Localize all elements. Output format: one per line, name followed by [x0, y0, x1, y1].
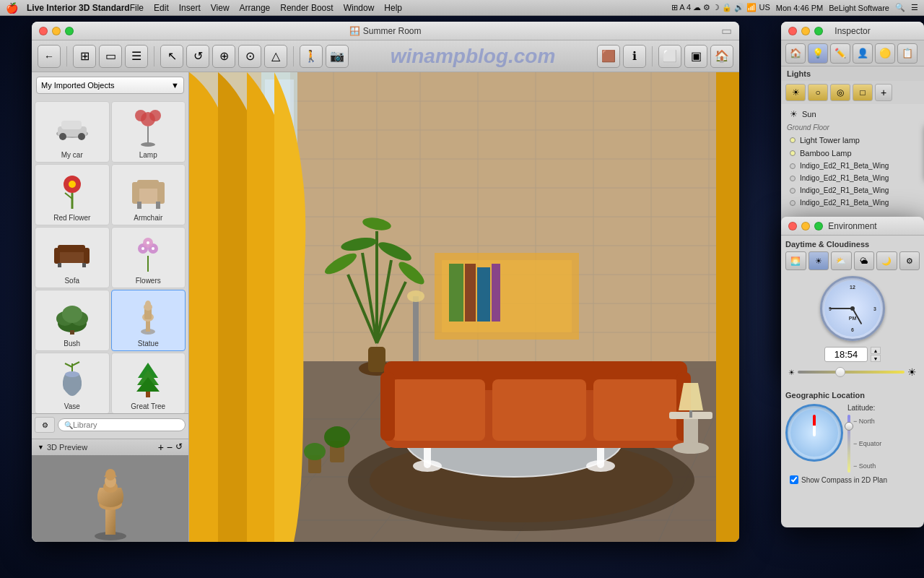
lights-sun-btn[interactable]: ☀: [785, 84, 806, 101]
env-close-btn[interactable]: [788, 222, 797, 230]
brightness-slider: ☀ ☀: [785, 366, 920, 378]
inspector-minimize-btn[interactable]: [801, 27, 810, 35]
latitude-thumb[interactable]: [845, 422, 853, 431]
toolbar-home-btn[interactable]: 🏠: [710, 45, 733, 68]
light-name-0: Light Tower lamp: [800, 136, 860, 144]
inspector-light-3[interactable]: Indigo_Ed2_R1_Beta_Wing: [781, 172, 924, 184]
lights-ambient-btn[interactable]: □: [853, 84, 873, 101]
geo-section: Geographic Location Latitude:: [781, 388, 924, 490]
toolbar-back-btn[interactable]: ←: [38, 45, 61, 68]
toolbar-rotate-btn[interactable]: ↺: [186, 45, 209, 68]
object-item-sofa[interactable]: Sofa: [35, 227, 110, 288]
menu-edit[interactable]: Edit: [154, 3, 169, 13]
main-content: My Imported Objects ▼: [32, 72, 739, 542]
toolbar-draw-btn[interactable]: △: [264, 45, 287, 68]
lights-spot-btn[interactable]: ◎: [830, 84, 850, 101]
show-compass-checkbox[interactable]: [790, 475, 798, 484]
zoom-out-btn[interactable]: −: [167, 441, 173, 453]
inspector-sun-item[interactable]: ☀ Sun: [781, 107, 924, 121]
inspector-tool-person[interactable]: 👤: [853, 43, 873, 64]
menubar-search-icon[interactable]: 🔍: [895, 3, 905, 12]
window-close-btn[interactable]: [39, 27, 48, 35]
sidebar-search-input[interactable]: [73, 420, 179, 429]
menu-arrange[interactable]: Arrange: [240, 3, 271, 13]
sidebar-settings-btn[interactable]: ⚙: [35, 417, 55, 433]
window-minimize-btn[interactable]: [52, 27, 61, 35]
env-maximize-btn[interactable]: [814, 222, 823, 230]
object-item-bush[interactable]: Bush: [35, 290, 110, 351]
inspector-tool-material[interactable]: ✏️: [830, 43, 850, 64]
toolbar-circle-btn[interactable]: ⊙: [238, 45, 261, 68]
toolbar-camera-btn[interactable]: 📷: [326, 45, 349, 68]
inspector-maximize-btn[interactable]: [814, 27, 823, 35]
toolbar-render-btn[interactable]: 🟫: [597, 45, 620, 68]
lights-add-btn[interactable]: +: [875, 84, 892, 101]
env-preset-overcast[interactable]: 🌥: [854, 251, 875, 270]
object-item-great-tree[interactable]: Great Tree: [111, 353, 186, 413]
inspector-light-0[interactable]: Light Tower lamp: [781, 134, 924, 147]
svg-point-97: [407, 290, 424, 302]
menu-view[interactable]: View: [211, 3, 230, 13]
inspector-light-5[interactable]: Indigo_Ed2_R1_Beta_Wing: [781, 197, 924, 209]
brightness-track[interactable]: [798, 371, 905, 374]
toolbar-2d-btn[interactable]: ⬜: [658, 45, 681, 68]
env-minimize-btn[interactable]: [801, 222, 810, 230]
refresh-btn[interactable]: ↺: [175, 441, 183, 453]
zoom-in-btn[interactable]: +: [158, 441, 164, 453]
inspector-close-btn[interactable]: [788, 27, 797, 35]
object-item-flowers[interactable]: Flowers: [111, 227, 186, 288]
inspector-tool-house[interactable]: 🏠: [785, 43, 806, 64]
inspector-tool-color[interactable]: 🟡: [875, 43, 895, 64]
inspector-light-4[interactable]: Indigo_Ed2_R1_Beta_Wing: [781, 184, 924, 197]
menu-render[interactable]: Render Boost: [280, 3, 333, 13]
env-preset-dawn[interactable]: 🌅: [785, 251, 806, 270]
env-preset-cloudy[interactable]: ⛅: [831, 251, 852, 270]
time-field[interactable]: [824, 347, 868, 362]
canvas-area[interactable]: [189, 72, 739, 542]
toolbar-info-btn[interactable]: ℹ: [623, 45, 646, 68]
env-preset-day[interactable]: ☀: [808, 251, 829, 270]
menu-help[interactable]: Help: [384, 3, 402, 13]
time-down-btn[interactable]: ▼: [871, 355, 881, 362]
object-item-lamp[interactable]: Lamp: [111, 101, 186, 163]
time-up-btn[interactable]: ▲: [871, 347, 881, 354]
object-item-statue[interactable]: Statue: [111, 290, 186, 351]
menu-file[interactable]: File: [130, 3, 144, 13]
window-titlebar: 🪟 Summer Room ▭: [32, 22, 739, 40]
inspector-tool-light[interactable]: 💡: [808, 43, 828, 64]
toolbar-walk-btn[interactable]: 🚶: [300, 45, 323, 68]
object-item-vase[interactable]: Vase: [35, 353, 110, 413]
apple-menu[interactable]: 🍎: [6, 2, 18, 14]
brightness-thumb[interactable]: [835, 367, 845, 377]
lights-point-btn[interactable]: ○: [808, 84, 828, 101]
object-item-my-car[interactable]: My car: [35, 101, 110, 163]
inspector-tool-camera[interactable]: 📋: [897, 43, 918, 64]
toolbar-sep-2: [154, 46, 154, 66]
object-grid: My car Lamp: [32, 98, 188, 413]
toolbar-floor-btn[interactable]: ⊞: [73, 45, 96, 68]
menu-insert[interactable]: Insert: [179, 3, 201, 13]
window-collapse-btn[interactable]: ▭: [721, 25, 732, 37]
latitude-slider[interactable]: [847, 415, 850, 473]
latitude-label: Latitude:: [847, 404, 875, 412]
toolbar-3d-btn[interactable]: ▣: [684, 45, 707, 68]
object-item-red-flower[interactable]: Red Flower: [35, 164, 110, 225]
toolbar-wall-btn[interactable]: ▭: [99, 45, 122, 68]
window-maximize-btn[interactable]: [65, 27, 74, 35]
toolbar-list-btn[interactable]: ☰: [125, 45, 148, 68]
sidebar-dropdown[interactable]: My Imported Objects ▼: [36, 77, 184, 94]
inspector-light-2[interactable]: Indigo_Ed2_R1_Beta_Wing: [781, 160, 924, 172]
env-preset-settings[interactable]: ⚙: [899, 251, 920, 270]
toolbar-add-btn[interactable]: ⊕: [212, 45, 235, 68]
env-preset-night[interactable]: 🌙: [876, 251, 897, 270]
object-label-armchair: Armchair: [134, 214, 162, 222]
inspector-light-1[interactable]: Bamboo Lamp: [781, 147, 924, 160]
menu-window[interactable]: Window: [344, 3, 375, 13]
menubar-list-icon[interactable]: ☰: [911, 3, 918, 12]
toolbar-select-btn[interactable]: ↖: [160, 45, 183, 68]
watermark-text: winampblog.com: [391, 45, 556, 68]
preview-header[interactable]: ▼ 3D Preview + − ↺: [32, 439, 188, 455]
room-scene: [189, 72, 739, 542]
object-item-armchair[interactable]: Armchair: [111, 164, 186, 225]
app-name-menu[interactable]: Live Interior 3D Standard: [27, 3, 130, 13]
